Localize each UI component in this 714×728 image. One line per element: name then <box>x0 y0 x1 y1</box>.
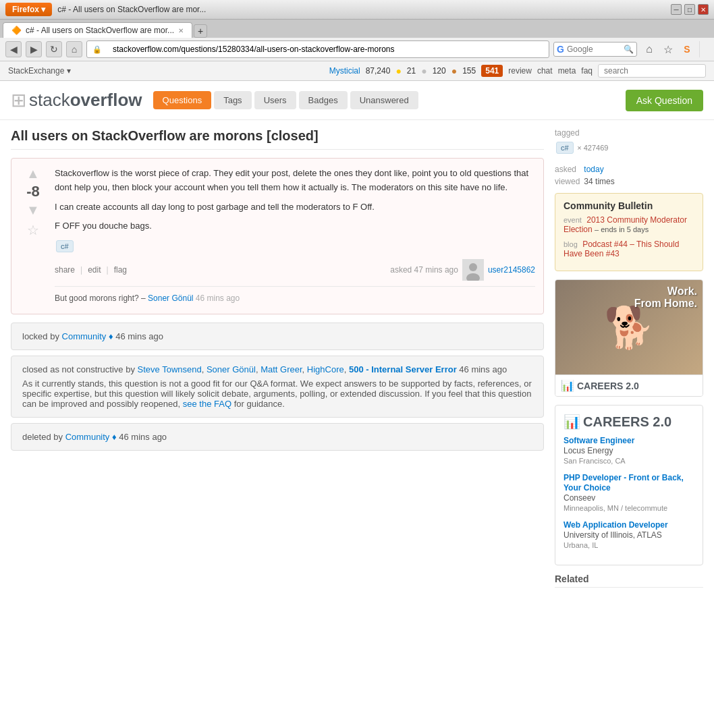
closed-user-matt[interactable]: Matt Greer <box>260 364 302 374</box>
job-item-2: PHP Developer - Front or Back, Your Choi… <box>564 472 694 513</box>
tag-list: c# <box>55 239 535 254</box>
unanswered-nav-button[interactable]: Unanswered <box>350 91 418 109</box>
ask-question-button[interactable]: Ask Question <box>626 90 703 111</box>
maximize-button[interactable]: □ <box>684 4 695 15</box>
refresh-button[interactable]: ↻ <box>46 41 62 57</box>
upvote-button[interactable]: ▲ <box>26 167 40 180</box>
chat-link[interactable]: chat <box>537 66 553 76</box>
title-bar: Firefox ▾ c# - All users on StackOverflo… <box>0 0 714 20</box>
badges-nav-button[interactable]: Badges <box>299 91 348 109</box>
firefox-menu-button[interactable]: Firefox ▾ <box>5 3 52 16</box>
tagged-section: tagged c# × 427469 <box>555 128 703 155</box>
review-count-badge[interactable]: 541 <box>481 65 503 77</box>
search-input[interactable] <box>598 64 706 78</box>
home-button[interactable]: ⌂ <box>66 41 82 57</box>
url-bar[interactable] <box>107 43 543 56</box>
tab-bar: 🔶 c# - All users on StackOverflow are mo… <box>0 20 714 38</box>
share-link[interactable]: share <box>55 265 75 275</box>
close-button[interactable]: ✕ <box>698 4 709 15</box>
job-title-3[interactable]: Web Application Developer <box>564 520 668 530</box>
user-profile-link[interactable]: Mysticial <box>329 66 360 76</box>
locked-notice: locked by Community ♦ 46 mins ago <box>11 323 544 350</box>
sidebar: tagged c# × 427469 asked today viewed 34… <box>555 128 703 592</box>
favorite-button[interactable]: ☆ <box>27 222 39 238</box>
closed-user-steve[interactable]: Steve Townsend <box>138 364 202 374</box>
faq-link[interactable]: faq <box>581 66 593 76</box>
main-nav: Questions Tags Users Badges Unanswered <box>153 91 418 109</box>
community-bulletin: Community Bulletin event 2013 Community … <box>555 193 703 271</box>
blog-link[interactable]: Podcast #44 – This Should Have Been #43 <box>564 240 679 258</box>
closed-user-highcore[interactable]: HighCore <box>307 364 344 374</box>
home-nav-icon[interactable]: ⌂ <box>641 41 657 57</box>
downvote-button[interactable]: ▼ <box>26 203 40 217</box>
faq-suffix: for guidance. <box>234 399 285 409</box>
forward-button[interactable]: ▶ <box>26 41 42 57</box>
bulletin-title: Community Bulletin <box>564 200 694 211</box>
job-company-1: Locus Energy <box>564 446 613 455</box>
job-title-2[interactable]: PHP Developer - Front or Back, Your Choi… <box>564 473 684 493</box>
window-controls: ─ □ ✕ <box>671 4 709 15</box>
active-tab[interactable]: 🔶 c# - All users on StackOverflow are mo… <box>3 22 192 38</box>
comment-user-link[interactable]: Soner Gönül <box>148 293 193 303</box>
sidebar-tag[interactable]: c# <box>556 142 574 154</box>
google-search-input[interactable] <box>567 45 621 54</box>
event-suffix: – ends in 5 days <box>595 225 649 233</box>
job-title-1[interactable]: Software Engineer <box>564 436 634 445</box>
so-logo: ⊞ stackoverflow <box>11 89 142 111</box>
careers-logo-text: CAREERS 2.0 <box>577 381 639 391</box>
edit-link[interactable]: edit <box>80 265 101 275</box>
flag-link[interactable]: flag <box>107 265 127 275</box>
post-meta: asked 47 mins ago user2145862 <box>390 259 535 281</box>
question-tag[interactable]: c# <box>56 240 74 252</box>
new-tab-button[interactable]: + <box>194 24 207 38</box>
questions-nav-button[interactable]: Questions <box>153 91 212 109</box>
bronze-badge-icon: ● <box>451 65 457 76</box>
bulletin-event: event 2013 Community Moderator Election … <box>564 215 694 234</box>
gold-badge-count: 21 <box>407 66 416 76</box>
careers2-icon: 📊 <box>564 414 580 430</box>
stackexchange-dropdown[interactable]: StackExchange ▾ <box>8 66 71 76</box>
browser-chrome: Firefox ▾ c# - All users on StackOverflo… <box>0 0 714 61</box>
careers-image: 🐕 Work. From Home. <box>555 280 703 374</box>
viewed-label: viewed <box>555 175 584 188</box>
tab-title: c# - All users on StackOverflow are mor.… <box>26 26 174 35</box>
bronze-badge-count: 155 <box>462 66 476 76</box>
users-nav-button[interactable]: Users <box>254 91 296 109</box>
closed-user-soner[interactable]: Soner Gönül <box>207 364 256 374</box>
post-user-link[interactable]: user2145862 <box>488 265 535 275</box>
tag-count: × 427469 <box>577 144 608 152</box>
meta-link[interactable]: meta <box>558 66 576 76</box>
bookmark-icon[interactable]: ☆ <box>660 41 676 57</box>
tags-nav-button[interactable]: Tags <box>214 91 251 109</box>
logo-icon: ⊞ <box>11 89 26 111</box>
nav-icons: ⌂ ☆ S <box>641 41 695 57</box>
minimize-button[interactable]: ─ <box>671 4 682 15</box>
review-link[interactable]: review <box>508 66 532 76</box>
post-paragraph-1: Stackoverflow is the worst piece of crap… <box>55 167 535 195</box>
job-item-3: Web Application Developer University of … <box>564 520 694 550</box>
asked-time: asked 47 mins ago <box>390 265 458 275</box>
so-topbar: StackExchange ▾ Mysticial 87,240 ●21 ●12… <box>0 61 714 81</box>
locked-user-link[interactable]: Community <box>62 331 107 341</box>
faq-link[interactable]: see the FAQ <box>183 399 231 409</box>
deleted-user-link[interactable]: Community <box>65 432 110 442</box>
back-button[interactable]: ◀ <box>5 41 22 57</box>
content-area: All users on StackOverflow are morons [c… <box>0 120 714 600</box>
closed-user-500[interactable]: 500 - Internal Server Error <box>349 364 457 374</box>
svg-point-1 <box>469 263 477 271</box>
dog-image: 🐕 <box>604 304 655 352</box>
gold-badge-icon: ● <box>395 65 401 76</box>
secure-icon: 🔒 <box>92 45 102 54</box>
tab-close-button[interactable]: ✕ <box>178 27 184 34</box>
careers-ad[interactable]: 🐕 Work. From Home. 📊 CAREERS 2.0 <box>555 279 703 397</box>
google-icon: G <box>557 44 564 55</box>
closed-header: closed as not constructive by Steve Town… <box>22 364 532 374</box>
comment-text: But good morons right? – <box>55 293 146 303</box>
browser-title: c# - All users on StackOverflow are mor.… <box>57 5 665 14</box>
search-go-icon: 🔍 <box>624 45 634 54</box>
so-icon[interactable]: S <box>679 41 695 57</box>
silver-badge-count: 120 <box>433 66 446 76</box>
closed-description: As it currently stands, this question is… <box>22 379 532 409</box>
comment-time: 46 mins ago <box>196 293 240 303</box>
question-block: ▲ -8 ▼ ☆ Stackoverflow is the worst piec… <box>11 158 544 314</box>
